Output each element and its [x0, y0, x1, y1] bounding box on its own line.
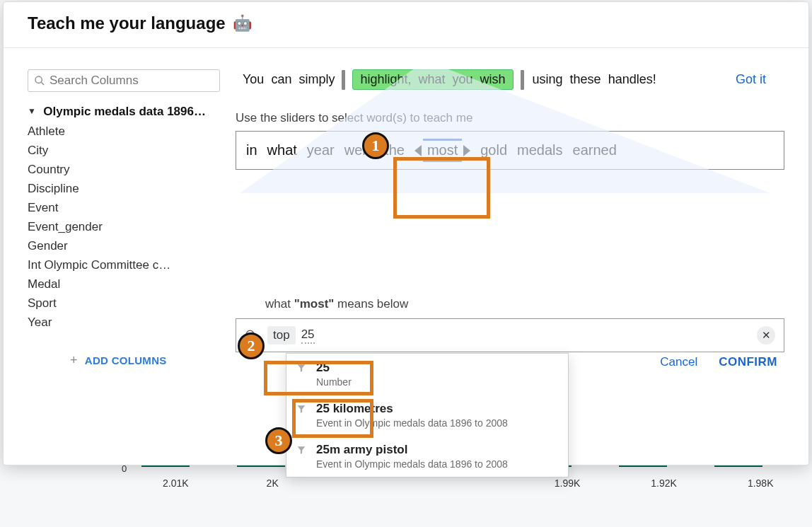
selected-word[interactable]: most	[427, 141, 458, 159]
suggestion-subtitle: Event in Olympic medals data 1896 to 200…	[316, 417, 508, 429]
column-item[interactable]: Event	[28, 198, 233, 217]
instruction-row: You can simply highlight, what you wish …	[243, 69, 784, 90]
annotation-badge-2: 2	[238, 332, 265, 359]
define-label: what "most" means below	[265, 297, 784, 311]
modal-actions: Cancel CONFIRM	[660, 355, 777, 369]
search-icon	[34, 75, 45, 86]
cancel-button[interactable]: Cancel	[660, 355, 697, 369]
column-item[interactable]: Athlete	[28, 122, 233, 141]
column-list: Athlete City Country Discipline Event Ev…	[28, 122, 233, 332]
robot-icon: 🤖	[233, 14, 252, 33]
add-columns-label: ADD COLUMNS	[85, 354, 167, 366]
add-columns-button[interactable]: + ADD COLUMNS	[70, 353, 233, 368]
sentence-word[interactable]: year	[307, 142, 335, 158]
column-item[interactable]: Discipline	[28, 179, 233, 198]
instruction-word: handles!	[608, 72, 656, 87]
annotation-badge-1: 1	[362, 132, 389, 159]
annotation-badge-3: 3	[265, 427, 292, 454]
svg-marker-7	[298, 446, 306, 454]
instruction-word: simply	[298, 72, 335, 87]
sentence-box: in what year were the most gold medals e…	[236, 131, 784, 170]
column-item[interactable]: Gender	[28, 236, 233, 255]
slider-handle-left[interactable]	[414, 145, 422, 156]
sidebar: ▼ Olympic medals data 1896… Athlete City…	[28, 69, 233, 368]
filter-icon	[296, 445, 306, 455]
confirm-button[interactable]: CONFIRM	[719, 355, 777, 369]
slider-handle-right-demo[interactable]	[521, 70, 524, 90]
chevron-down-icon: ▼	[28, 106, 36, 116]
suggestion-item[interactable]: 25 Number	[286, 354, 568, 395]
filter-icon	[296, 363, 306, 373]
suggestion-item[interactable]: 25 kilometres Event in Olympic medals da…	[286, 395, 568, 436]
search-token[interactable]: top	[267, 326, 296, 344]
column-item[interactable]: Medal	[28, 274, 233, 294]
sentence-word[interactable]: earned	[573, 142, 617, 158]
svg-marker-5	[298, 364, 306, 372]
suggestion-subtitle: Number	[316, 376, 352, 388]
sentence-word[interactable]: in	[246, 142, 257, 158]
instruction-word: using	[533, 72, 563, 87]
filter-icon	[296, 404, 306, 414]
instruction-word: You	[243, 72, 264, 87]
modal-title: Teach me your language	[28, 13, 226, 33]
sentence-word[interactable]: medals	[517, 142, 562, 158]
column-item[interactable]: Int Olympic Committee c…	[28, 255, 233, 274]
column-item[interactable]: Country	[28, 160, 233, 179]
highlight-demo: highlight, what you wish	[352, 69, 513, 90]
slider-handle-left-demo[interactable]	[342, 70, 345, 90]
main-panel: You can simply highlight, what you wish …	[233, 69, 784, 368]
search-text[interactable]: 25	[301, 328, 315, 344]
svg-point-0	[35, 76, 42, 83]
plus-icon: +	[70, 353, 78, 368]
suggestion-dropdown: 25 Number 25 kilometres Event in Olympic…	[286, 353, 569, 477]
suggestion-item[interactable]: 25m army pistol Event in Olympic medals …	[286, 436, 568, 477]
use-sliders-label: Use the sliders to select word(s) to tea…	[236, 111, 784, 125]
instruction-word: these	[570, 72, 601, 87]
sentence-word[interactable]: gold	[480, 142, 507, 158]
column-item[interactable]: Sport	[28, 294, 233, 313]
slider-handle-right[interactable]	[463, 145, 470, 156]
suggestion-title: 25	[316, 361, 352, 375]
search-columns[interactable]	[28, 69, 220, 92]
svg-line-1	[41, 82, 44, 85]
column-item[interactable]: City	[28, 141, 233, 160]
tree-title: Olympic medals data 1896…	[43, 105, 206, 118]
suggestion-title: 25m army pistol	[316, 443, 508, 457]
search-columns-input[interactable]	[50, 74, 214, 88]
close-icon: ✕	[762, 329, 771, 342]
column-item[interactable]: Event_gender	[28, 217, 233, 236]
suggestion-subtitle: Event in Olympic medals data 1896 to 200…	[316, 458, 508, 470]
clear-button[interactable]: ✕	[757, 326, 775, 344]
svg-marker-6	[298, 405, 306, 413]
instruction-word: can	[271, 72, 291, 87]
suggestion-title: 25 kilometres	[316, 402, 508, 416]
modal-header: Teach me your language 🤖	[4, 2, 808, 48]
tree-header[interactable]: ▼ Olympic medals data 1896…	[28, 105, 233, 119]
column-item[interactable]: Year	[28, 313, 233, 332]
got-it-link[interactable]: Got it	[736, 72, 766, 87]
sentence-word[interactable]: what	[267, 142, 297, 158]
teach-language-modal: Teach me your language 🤖 ▼ Olympic medal…	[3, 1, 809, 465]
definition-search[interactable]: top 25 ✕ 25 Number	[236, 318, 784, 352]
